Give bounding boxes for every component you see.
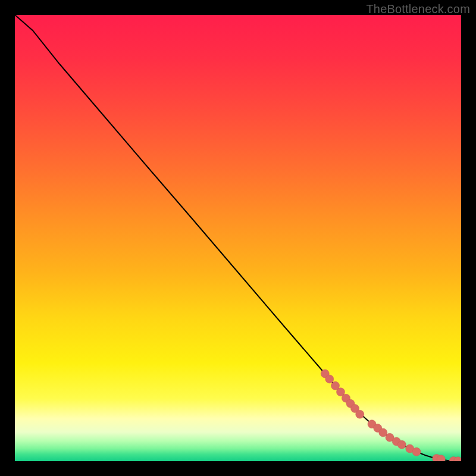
attribution-label: TheBottleneck.com <box>366 2 470 16</box>
chart-background <box>15 15 461 461</box>
chart-marker <box>397 440 406 449</box>
chart-plot-area <box>15 15 461 461</box>
chart-marker <box>412 447 421 456</box>
chart-svg <box>15 15 461 461</box>
chart-stage: TheBottleneck.com <box>0 0 476 476</box>
chart-marker <box>356 410 364 418</box>
chart-marker <box>325 375 334 383</box>
